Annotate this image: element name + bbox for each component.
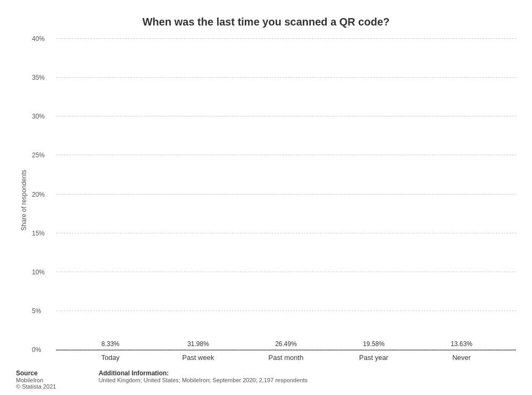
bar-value-label: 19.58% (363, 340, 385, 348)
source-value1: MobileIron (16, 377, 56, 383)
chart-title: When was the last time you scanned a QR … (16, 16, 516, 28)
bar-group: 31.98% (164, 340, 233, 350)
x-label: Today (76, 354, 145, 362)
chart-area: Share of respondents 40%35%30%25%20%15%1… (16, 39, 516, 362)
x-axis: TodayPast weekPast monthPast yearNever (56, 354, 516, 362)
y-tick-label: 20% (32, 191, 45, 198)
additional-value: United Kingdom; United States; MobileIro… (98, 377, 307, 383)
chart-container: When was the last time you scanned a QR … (0, 0, 532, 395)
bar-value-label: 8.33% (101, 340, 119, 348)
y-tick-label: 25% (32, 152, 45, 159)
source-label: Source (16, 369, 56, 377)
x-axis-line (56, 350, 516, 350)
y-tick-label: 5% (32, 307, 41, 315)
bar-group: 26.49% (252, 340, 321, 350)
y-axis-label: Share of respondents (16, 39, 32, 362)
footer-additional: Additional Information: United Kingdom; … (98, 369, 307, 390)
additional-label: Additional Information: (98, 369, 307, 377)
x-label: Never (427, 354, 496, 362)
x-label: Past week (164, 354, 233, 362)
bar-value-label: 26.49% (275, 340, 297, 348)
footer-source: Source MobileIron © Statista 2021 (16, 369, 56, 390)
y-tick-label: 40% (32, 35, 45, 43)
bars-row: 8.33%31.98%26.49%19.58%13.63% (56, 39, 516, 350)
chart-inner: 40%35%30%25%20%15%10%5%0%8.33%31.98%26.4… (35, 39, 516, 362)
bar-group: 8.33% (76, 340, 145, 350)
y-tick-label: 0% (32, 346, 41, 354)
source-value2: © Statista 2021 (16, 383, 56, 390)
y-tick-label: 15% (32, 230, 45, 237)
bar-value-label: 13.63% (451, 340, 472, 348)
x-label: Past month (252, 354, 321, 362)
footer: Source MobileIron © Statista 2021 Additi… (16, 369, 516, 390)
x-label: Past year (339, 354, 409, 362)
y-tick-label: 30% (32, 113, 45, 120)
bar-group: 13.63% (427, 340, 496, 350)
grid-and-bars: 40%35%30%25%20%15%10%5%0%8.33%31.98%26.4… (56, 39, 516, 350)
bar-value-label: 31.98% (187, 340, 209, 348)
y-tick-label: 10% (32, 268, 45, 276)
bar-group: 19.58% (339, 340, 409, 350)
y-tick-label: 35% (32, 74, 45, 81)
